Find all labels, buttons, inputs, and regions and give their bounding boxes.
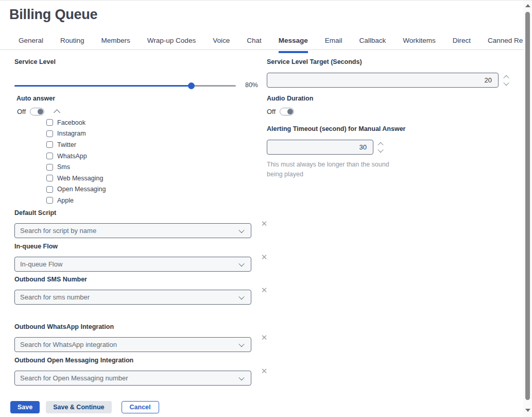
audio-duration-toggle[interactable] xyxy=(280,108,294,115)
select-value: Search for script by name xyxy=(15,227,239,235)
alerting-timeout-helper: This must always be longer than the soun… xyxy=(267,160,393,179)
toggle-knob xyxy=(38,109,43,114)
stepper-down-icon[interactable] xyxy=(503,79,509,85)
stepper-down-icon[interactable] xyxy=(377,146,383,152)
chevron-down-icon xyxy=(238,260,244,266)
service-level-target-stepper[interactable] xyxy=(502,73,510,88)
alerting-timeout-field: Alerting Timeout (second) for Manual Ans… xyxy=(267,125,373,179)
outbound-open-messaging-select[interactable]: Search for Open Messaging number xyxy=(14,371,251,386)
slider-fill xyxy=(14,85,192,87)
service-level-label: Service Level xyxy=(14,58,258,65)
channel-label: Facebook xyxy=(57,119,85,126)
tab-direct[interactable]: Direct xyxy=(453,37,471,53)
apple-checkbox[interactable] xyxy=(46,197,53,204)
in-queue-flow-select[interactable]: In-queue Flow xyxy=(14,257,251,272)
alerting-timeout-input[interactable] xyxy=(267,140,373,155)
channel-item-twitter: Twitter xyxy=(46,139,106,151)
tab-general[interactable]: General xyxy=(19,37,43,53)
chevron-down-icon xyxy=(238,227,244,232)
select-value: Search for Open Messaging number xyxy=(15,374,239,382)
service-level-target-input[interactable] xyxy=(267,73,499,88)
chevron-down-icon xyxy=(238,293,244,299)
outbound-whatsapp-field: Outbound WhatsApp Integration Search for… xyxy=(14,323,282,352)
scroll-up-icon[interactable] xyxy=(525,4,530,7)
twitter-checkbox[interactable] xyxy=(46,141,53,148)
default-script-clear-button[interactable]: ✕ xyxy=(260,219,269,228)
alerting-timeout-stepper[interactable] xyxy=(376,140,385,155)
save-button[interactable]: Save xyxy=(10,401,40,413)
default-script-select[interactable]: Search for script by name xyxy=(14,223,251,238)
select-value: In-queue Flow xyxy=(15,260,239,268)
sms-checkbox[interactable] xyxy=(46,164,53,171)
channel-item-apple: Apple xyxy=(46,195,106,206)
channel-item-whatsapp: WhatsApp xyxy=(46,151,106,162)
toggle-knob xyxy=(287,109,293,114)
channel-item-open-messaging: Open Messaging xyxy=(46,184,106,195)
auto-answer-toggle[interactable] xyxy=(30,108,44,115)
outbound-sms-select[interactable]: Search for sms number xyxy=(14,290,251,305)
service-level-field: Service Level 80% xyxy=(14,58,258,89)
default-script-label: Default Script xyxy=(14,209,282,216)
tab-voice[interactable]: Voice xyxy=(213,37,230,53)
action-bar: Save Save & Continue Cancel xyxy=(10,401,159,413)
select-value: Search for sms number xyxy=(15,293,239,301)
tab-bar-divider xyxy=(0,49,523,50)
outbound-whatsapp-select[interactable]: Search for WhatsApp integration xyxy=(14,337,251,352)
channel-label: Sms xyxy=(57,163,70,171)
outbound-sms-clear-button[interactable]: ✕ xyxy=(260,286,269,295)
default-script-field: Default Script Search for script by name… xyxy=(14,209,282,238)
channel-checkbox-list: Facebook Instagram Twitter WhatsApp Sms … xyxy=(46,117,106,206)
slider-handle[interactable] xyxy=(188,82,195,89)
in-queue-flow-label: In-queue Flow xyxy=(14,243,282,250)
channel-label: Web Messaging xyxy=(57,175,103,182)
channel-label: Instagram xyxy=(57,130,86,137)
in-queue-flow-field: In-queue Flow In-queue Flow ✕ xyxy=(14,243,282,272)
tab-chat[interactable]: Chat xyxy=(247,37,262,53)
save-continue-button[interactable]: Save & Continue xyxy=(46,401,111,413)
service-level-slider[interactable] xyxy=(14,85,236,87)
outbound-sms-field: Outbound SMS Number Search for sms numbe… xyxy=(14,276,282,305)
vertical-scrollbar[interactable] xyxy=(523,1,532,417)
service-level-target-field: Service Level Target (Seconds) xyxy=(267,58,499,88)
select-value: Search for WhatsApp integration xyxy=(15,341,239,348)
outbound-whatsapp-label: Outbound WhatsApp Integration xyxy=(14,323,282,330)
tab-wrap-up-codes[interactable]: Wrap-up Codes xyxy=(147,37,196,53)
tab-email[interactable]: Email xyxy=(325,37,342,53)
auto-answer-label: Auto answer xyxy=(16,95,106,102)
channel-label: Apple xyxy=(57,197,74,204)
scroll-down-icon[interactable] xyxy=(525,409,530,412)
whatsapp-checkbox[interactable] xyxy=(46,153,53,159)
channel-label: Twitter xyxy=(57,141,76,148)
tab-message[interactable]: Message xyxy=(279,37,308,53)
outbound-whatsapp-clear-button[interactable]: ✕ xyxy=(260,333,269,342)
channel-item-sms: Sms xyxy=(46,161,106,173)
outbound-sms-label: Outbound SMS Number xyxy=(14,276,282,283)
tab-bar: General Routing Members Wrap-up Codes Vo… xyxy=(19,37,511,53)
channel-item-instagram: Instagram xyxy=(46,128,106,140)
service-level-value: 80% xyxy=(245,81,258,89)
page-title: Billing Queue xyxy=(9,7,97,23)
open-messaging-checkbox[interactable] xyxy=(46,186,53,193)
alerting-timeout-label: Alerting Timeout (second) for Manual Ans… xyxy=(267,125,432,132)
facebook-checkbox[interactable] xyxy=(46,119,53,126)
auto-answer-state: Off xyxy=(17,108,26,115)
tab-members[interactable]: Members xyxy=(101,37,130,53)
chevron-down-icon xyxy=(238,341,244,346)
tab-callback[interactable]: Callback xyxy=(359,37,386,53)
channel-item-web-messaging: Web Messaging xyxy=(46,173,106,184)
channel-label: WhatsApp xyxy=(57,153,87,160)
tab-routing[interactable]: Routing xyxy=(60,37,84,53)
outbound-open-messaging-field: Outbound Open Messaging Integration Sear… xyxy=(14,357,282,386)
outbound-open-messaging-clear-button[interactable]: ✕ xyxy=(260,366,269,376)
collapse-caret-icon[interactable] xyxy=(54,109,60,116)
cancel-button[interactable]: Cancel xyxy=(122,401,159,413)
audio-duration-state: Off xyxy=(267,108,276,115)
chevron-down-icon xyxy=(238,374,244,380)
scrollbar-thumb[interactable] xyxy=(525,12,530,400)
in-queue-flow-clear-button[interactable]: ✕ xyxy=(260,253,269,262)
outbound-open-messaging-label: Outbound Open Messaging Integration xyxy=(14,357,282,364)
web-messaging-checkbox[interactable] xyxy=(46,175,53,181)
instagram-checkbox[interactable] xyxy=(46,130,53,137)
auto-answer-field: Auto answer Off Facebook Instagram Twitt… xyxy=(14,95,106,206)
tab-workitems[interactable]: Workitems xyxy=(403,37,436,53)
